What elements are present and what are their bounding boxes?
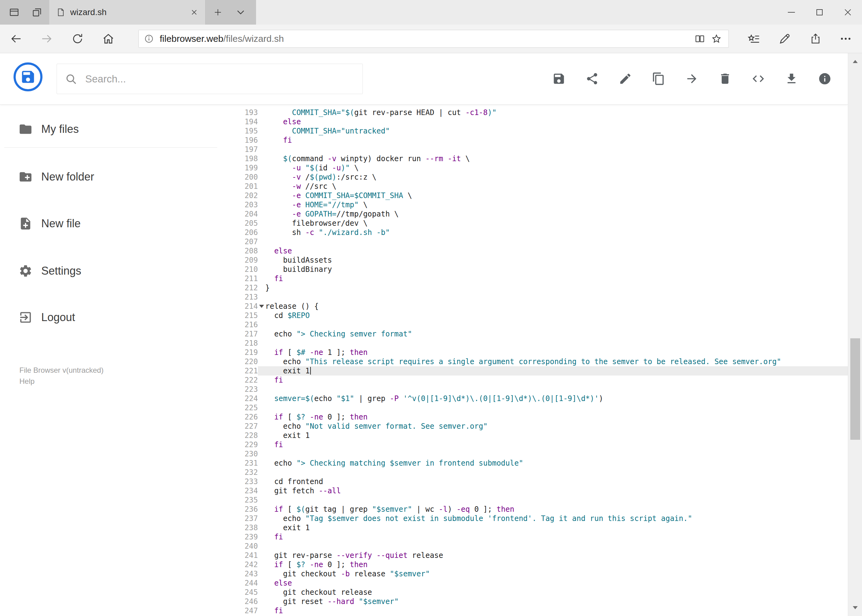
code-line[interactable]: 226 if [ $? -ne 0 ]; then	[222, 412, 848, 422]
code-line[interactable]: 206 sh -c "./wizard.sh -b"	[222, 228, 848, 237]
home-button[interactable]	[98, 29, 118, 49]
code-line[interactable]: 201 -w //src \	[222, 182, 848, 191]
code-line[interactable]: 195 COMMIT_SHA="untracked"	[222, 126, 848, 136]
code-line[interactable]: 200 -v /$(pwd):/src:z \	[222, 173, 848, 182]
code-line[interactable]: 247 fi	[222, 606, 848, 615]
browser-tab[interactable]: wizard.sh	[49, 0, 206, 25]
code-line[interactable]: 228 exit 1	[222, 431, 848, 440]
code-line[interactable]: 215 cd $REPO	[222, 311, 848, 320]
sidebar-item-my-files[interactable]: My files	[0, 115, 222, 143]
code-editor[interactable]: 193 COMMIT_SHA="$(git rev-parse HEAD | c…	[222, 105, 848, 616]
search-input[interactable]	[85, 73, 355, 85]
code-line[interactable]: 208 else	[222, 246, 848, 256]
maximize-button[interactable]	[805, 0, 834, 25]
edit-button[interactable]	[616, 69, 635, 88]
refresh-button[interactable]	[68, 29, 87, 49]
code-line[interactable]: 221 exit 1	[222, 366, 848, 376]
code-line[interactable]: 238 exit 1	[222, 523, 848, 532]
address-bar[interactable]: filebrowser.web/files/wizard.sh	[139, 30, 729, 48]
more-menu-button[interactable]	[836, 29, 856, 49]
sidebar-item-settings[interactable]: Settings	[0, 257, 222, 285]
code-line[interactable]: 232	[222, 468, 848, 477]
close-button[interactable]	[834, 0, 862, 25]
sidebar-item-logout[interactable]: Logout	[0, 303, 222, 331]
code-line[interactable]: 222 fi	[222, 376, 848, 385]
code-line[interactable]: 240	[222, 542, 848, 551]
scroll-down-button[interactable]	[848, 600, 862, 615]
scrollbar-thumb[interactable]	[850, 338, 860, 440]
code-line[interactable]: 224 semver=$(echo "$1" | grep -P '^v(0|[…	[222, 394, 848, 403]
code-line[interactable]: 216	[222, 320, 848, 329]
minimize-button[interactable]	[777, 0, 805, 25]
code-line[interactable]: 197	[222, 145, 848, 154]
add-favorite-button[interactable]	[708, 31, 725, 46]
code-line[interactable]: 218	[222, 339, 848, 348]
code-line[interactable]: 233 cd frontend	[222, 477, 848, 486]
web-notes-button[interactable]	[775, 29, 794, 49]
back-button[interactable]	[6, 29, 26, 49]
code-line[interactable]: 229 fi	[222, 440, 848, 449]
fold-marker-icon[interactable]	[259, 305, 264, 308]
code-line[interactable]: 199 -u "$(id -u)" \	[222, 163, 848, 173]
code-line[interactable]: 214release () {	[222, 302, 848, 311]
code-line[interactable]: 212}	[222, 283, 848, 292]
code-line[interactable]: 246 git reset --hard "$semver"	[222, 597, 848, 606]
code-line[interactable]: 210 buildBinary	[222, 265, 848, 274]
code-line[interactable]: 223	[222, 385, 848, 394]
code-line[interactable]: 241 git rev-parse --verify --quiet relea…	[222, 551, 848, 560]
code-line[interactable]: 231 echo "> Checking matching $semver in…	[222, 459, 848, 468]
code-line[interactable]: 237 echo "Tag $semver does not exist in …	[222, 514, 848, 523]
code-line[interactable]: 242 if [ $? -ne 0 ]; then	[222, 560, 848, 569]
code-line[interactable]: 196 fi	[222, 136, 848, 145]
code-line[interactable]: 235	[222, 495, 848, 504]
code-line[interactable]: 209 buildAssets	[222, 256, 848, 265]
code-line[interactable]: 213	[222, 292, 848, 302]
share-page-button[interactable]	[806, 29, 826, 49]
code-line[interactable]: 230	[222, 449, 848, 459]
tab-list-chevron-button[interactable]	[232, 7, 250, 18]
code-line[interactable]: 211 fi	[222, 274, 848, 283]
code-line[interactable]: 217 echo "> Checking semver format"	[222, 329, 848, 339]
download-button[interactable]	[782, 69, 801, 88]
browser-scrollbar[interactable]	[848, 53, 862, 616]
line-number: 214	[222, 302, 258, 311]
code-line[interactable]: 225	[222, 403, 848, 412]
tabs-aside-button[interactable]	[28, 6, 46, 19]
code-line[interactable]: 245 git checkout release	[222, 588, 848, 597]
tab-close-icon[interactable]	[188, 6, 200, 19]
filebrowser-logo[interactable]	[14, 63, 43, 91]
share-button[interactable]	[583, 69, 601, 88]
forward-button[interactable]	[37, 29, 57, 49]
sidebar-item-new-folder[interactable]: New folder	[0, 163, 222, 191]
code-line[interactable]: 219 if [ $# -ne 1 ]; then	[222, 348, 848, 357]
code-line[interactable]: 194 else	[222, 117, 848, 126]
scroll-up-button[interactable]	[848, 55, 862, 69]
sidebar-item-new-file[interactable]: New file	[0, 210, 222, 237]
code-line[interactable]: 243 git checkout -b release "$semver"	[222, 569, 848, 578]
reading-view-button[interactable]	[692, 31, 708, 46]
code-line[interactable]: 220 echo "This release script requires a…	[222, 357, 848, 366]
code-button[interactable]	[749, 69, 767, 88]
code-line[interactable]: 198 $(command -v winpty) docker run --rm…	[222, 154, 848, 163]
code-line[interactable]: 203 -e HOME="//tmp" \	[222, 200, 848, 209]
code-line[interactable]: 239 fi	[222, 532, 848, 542]
code-line[interactable]: 234 git fetch --all	[222, 486, 848, 495]
code-line[interactable]: 193 COMMIT_SHA="$(git rev-parse HEAD | c…	[222, 108, 848, 117]
move-button[interactable]	[682, 69, 701, 88]
save-button[interactable]	[550, 69, 568, 88]
code-line[interactable]: 204 -e GOPATH=//tmp/gopath \	[222, 209, 848, 218]
code-line[interactable]: 236 if [ $(git tag | grep "$semver" | wc…	[222, 504, 848, 514]
code-line[interactable]: 244 else	[222, 578, 848, 588]
help-link[interactable]: Help	[19, 377, 35, 386]
tab-preview-button[interactable]	[6, 6, 23, 19]
hub-button[interactable]	[744, 29, 764, 49]
info-button[interactable]	[816, 69, 834, 88]
search-box[interactable]	[57, 64, 363, 94]
code-line[interactable]: 202 -e COMMIT_SHA=$COMMIT_SHA \	[222, 191, 848, 200]
code-line[interactable]: 227 echo "Not valid semver format. See s…	[222, 422, 848, 431]
code-line[interactable]: 205 filebrowser/dev \	[222, 218, 848, 228]
code-line[interactable]: 207	[222, 237, 848, 246]
copy-button[interactable]	[649, 69, 668, 88]
delete-button[interactable]	[716, 69, 734, 88]
new-tab-button[interactable]	[210, 4, 226, 20]
